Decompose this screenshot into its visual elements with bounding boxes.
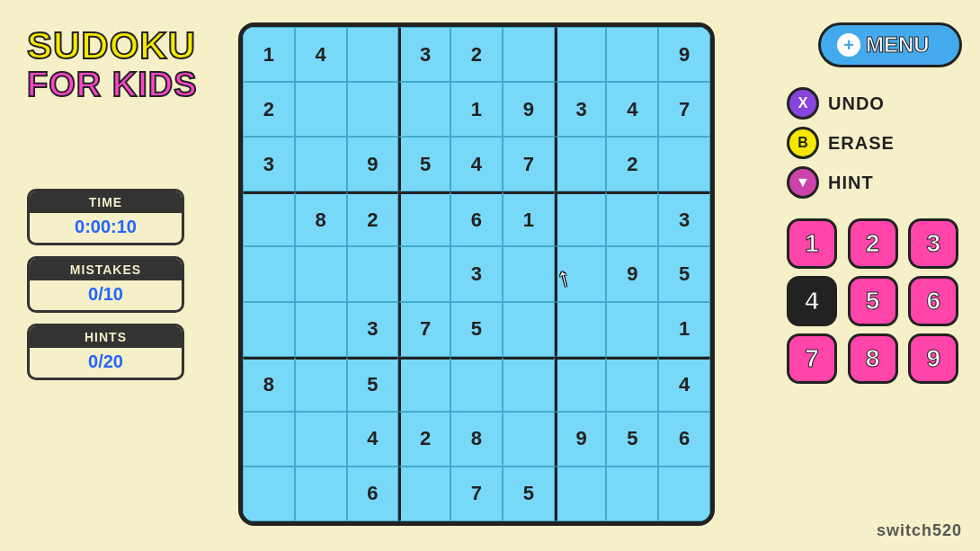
cell-r1-c4[interactable]: 1 (450, 82, 503, 137)
num-button-3[interactable]: 3 (908, 218, 958, 269)
cell-r6-c1[interactable] (295, 357, 347, 412)
cell-r4-c6[interactable] (555, 246, 607, 301)
cell-r3-c7[interactable] (606, 191, 658, 246)
num-button-7[interactable]: 7 (787, 333, 837, 384)
num-button-1[interactable]: 1 (787, 218, 837, 269)
num-button-2[interactable]: 2 (848, 218, 898, 269)
cell-r7-c4[interactable]: 8 (450, 412, 503, 467)
cell-r1-c1[interactable] (295, 82, 347, 137)
cell-r6-c4[interactable] (450, 357, 503, 412)
cell-r3-c4[interactable]: 6 (450, 191, 503, 246)
cell-r7-c2[interactable]: 4 (347, 412, 399, 467)
cell-r8-c6[interactable] (555, 467, 607, 521)
cell-r0-c6[interactable] (555, 27, 607, 82)
cell-r0-c1[interactable]: 4 (295, 27, 347, 82)
num-button-4[interactable]: 4 (787, 276, 837, 326)
cell-r2-c4[interactable]: 4 (450, 137, 503, 191)
cell-r3-c8[interactable]: 3 (658, 191, 710, 246)
cell-r2-c3[interactable]: 5 (398, 137, 450, 191)
cell-r7-c1[interactable] (295, 412, 347, 467)
cell-r3-c5[interactable]: 1 (503, 191, 555, 246)
cell-r0-c2[interactable] (347, 27, 399, 82)
cell-r0-c4[interactable]: 2 (450, 27, 503, 82)
cell-r2-c6[interactable] (555, 137, 607, 191)
num-button-6[interactable]: 6 (908, 276, 958, 326)
cell-r5-c4[interactable]: 5 (450, 302, 503, 357)
cell-r8-c3[interactable] (398, 467, 450, 521)
cell-r8-c2[interactable]: 6 (347, 467, 399, 521)
cell-r5-c1[interactable] (295, 302, 347, 357)
cell-r4-c0[interactable] (243, 246, 295, 301)
cell-r5-c6[interactable] (555, 302, 607, 357)
cell-r2-c7[interactable]: 2 (606, 137, 658, 191)
cell-r4-c5[interactable] (503, 246, 555, 301)
stat-label: HINTS (30, 326, 182, 348)
cell-r3-c0[interactable] (243, 191, 295, 246)
cell-r7-c7[interactable]: 5 (606, 412, 658, 467)
cell-r8-c7[interactable] (606, 467, 658, 521)
cell-r8-c4[interactable]: 7 (450, 467, 503, 521)
cell-r4-c3[interactable] (398, 246, 450, 301)
cell-r8-c8[interactable] (658, 467, 710, 521)
action-row-undo[interactable]: X UNDO (787, 87, 962, 120)
cell-r5-c7[interactable] (606, 302, 658, 357)
cell-r2-c2[interactable]: 9 (347, 137, 399, 191)
cell-r5-c2[interactable]: 3 (347, 302, 399, 357)
cell-r3-c1[interactable]: 8 (295, 191, 347, 246)
cell-r6-c8[interactable]: 4 (658, 357, 710, 412)
cell-r4-c7[interactable]: 9 (606, 246, 658, 301)
cell-r5-c3[interactable]: 7 (398, 302, 450, 357)
num-button-5[interactable]: 5 (848, 276, 898, 326)
cell-r1-c2[interactable] (347, 82, 399, 137)
action-label-erase: ERASE (828, 133, 895, 154)
cell-r1-c6[interactable]: 3 (555, 82, 607, 137)
cell-r7-c5[interactable] (503, 412, 555, 467)
cell-r7-c3[interactable]: 2 (398, 412, 450, 467)
cell-r8-c0[interactable] (243, 467, 295, 521)
cell-r7-c6[interactable]: 9 (555, 412, 607, 467)
num-button-8[interactable]: 8 (848, 333, 898, 384)
action-row-hint[interactable]: ▼ HINT (787, 166, 962, 199)
cell-r0-c7[interactable] (606, 27, 658, 82)
cell-r6-c6[interactable] (555, 357, 607, 412)
cell-r6-c3[interactable] (398, 357, 450, 412)
cell-r2-c8[interactable] (658, 137, 710, 191)
cell-r5-c0[interactable] (243, 302, 295, 357)
cell-r6-c5[interactable] (503, 357, 555, 412)
num-button-9[interactable]: 9 (908, 333, 958, 384)
cell-r8-c5[interactable]: 5 (503, 467, 555, 521)
cell-r5-c8[interactable]: 1 (658, 302, 710, 357)
stats-panel: TIME0:00:10MISTAKES0/10HINTS0/20 (27, 189, 184, 380)
cell-r1-c7[interactable]: 4 (606, 82, 658, 137)
stat-label: TIME (30, 191, 182, 213)
menu-label: MENU (866, 32, 930, 58)
cell-r0-c8[interactable]: 9 (658, 27, 710, 82)
cell-r3-c3[interactable] (398, 191, 450, 246)
menu-button[interactable]: + MENU (818, 22, 962, 67)
cell-r8-c1[interactable] (295, 467, 347, 521)
cell-r4-c4[interactable]: 3 (450, 246, 503, 301)
cell-r3-c2[interactable]: 2 (347, 191, 399, 246)
cell-r6-c0[interactable]: 8 (243, 357, 295, 412)
cell-r0-c3[interactable]: 3 (398, 27, 450, 82)
sudoku-grid[interactable]: 1432921934739547282613395375185442895667… (238, 22, 715, 526)
cell-r0-c0[interactable]: 1 (243, 27, 295, 82)
cell-r0-c5[interactable] (503, 27, 555, 82)
cell-r4-c8[interactable]: 5 (658, 246, 710, 301)
cell-r2-c0[interactable]: 3 (243, 137, 295, 191)
cell-r7-c8[interactable]: 6 (658, 412, 710, 467)
cell-r5-c5[interactable] (503, 302, 555, 357)
cell-r1-c5[interactable]: 9 (503, 82, 555, 137)
cell-r6-c7[interactable] (606, 357, 658, 412)
cell-r3-c6[interactable] (555, 191, 607, 246)
cell-r2-c5[interactable]: 7 (503, 137, 555, 191)
cell-r2-c1[interactable] (295, 137, 347, 191)
cell-r4-c2[interactable] (347, 246, 399, 301)
cell-r1-c8[interactable]: 7 (658, 82, 710, 137)
cell-r7-c0[interactable] (243, 412, 295, 467)
cell-r1-c0[interactable]: 2 (243, 82, 295, 137)
action-row-erase[interactable]: B ERASE (787, 127, 962, 159)
cell-r4-c1[interactable] (295, 246, 347, 301)
cell-r6-c2[interactable]: 5 (347, 357, 399, 412)
cell-r1-c3[interactable] (398, 82, 450, 137)
